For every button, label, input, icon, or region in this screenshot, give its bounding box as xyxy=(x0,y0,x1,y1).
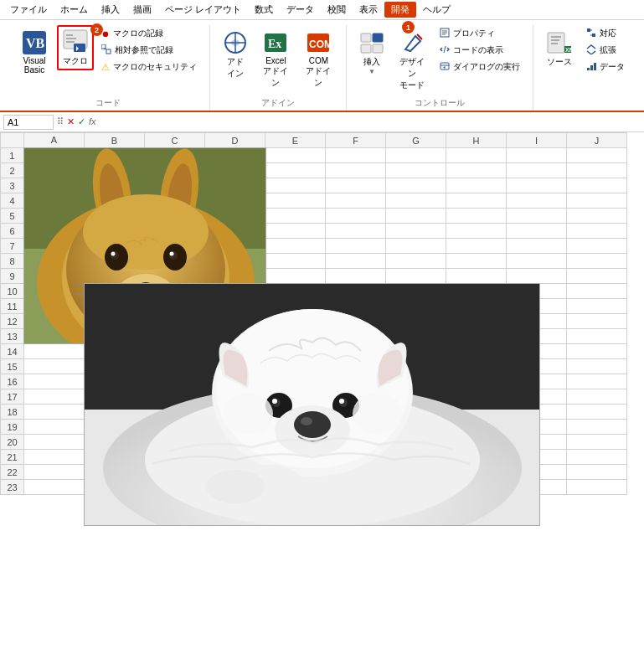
cell-F3[interactable] xyxy=(326,178,386,193)
cell-I2[interactable] xyxy=(507,163,567,178)
cell-H3[interactable] xyxy=(446,178,507,193)
row-header-5[interactable]: 5 xyxy=(1,209,24,224)
cell-H5[interactable] xyxy=(446,209,507,224)
cell-J6[interactable] xyxy=(567,224,627,239)
cell-J5[interactable] xyxy=(567,209,627,224)
cell-A20[interactable] xyxy=(24,435,85,450)
insert-function-icon[interactable]: fx xyxy=(89,116,96,127)
cell-H8[interactable] xyxy=(446,254,507,269)
cell-F4[interactable] xyxy=(326,193,386,209)
row-header-18[interactable]: 18 xyxy=(1,405,24,420)
cell-A15[interactable] xyxy=(24,359,85,374)
cell-A19[interactable] xyxy=(24,420,85,435)
run-dialog-button[interactable]: ダイアログの実行 xyxy=(434,59,526,75)
cell-J20[interactable] xyxy=(567,435,627,450)
design-mode-button[interactable]: デザインモード xyxy=(392,25,432,95)
menu-review[interactable]: 校閲 xyxy=(321,2,353,18)
row-header-16[interactable]: 16 xyxy=(1,374,24,389)
cell-J10[interactable] xyxy=(567,284,627,299)
col-header-E[interactable]: E xyxy=(265,133,326,148)
insert-controls-button[interactable]: 挿入 ▼ xyxy=(353,25,390,80)
cell-H6[interactable] xyxy=(446,224,507,239)
cell-G9[interactable] xyxy=(386,269,446,284)
cell-G2[interactable] xyxy=(386,163,446,178)
cell-J9[interactable] xyxy=(567,269,627,284)
relative-ref-button[interactable]: 相対参照で記録 xyxy=(95,42,203,59)
cell-I7[interactable] xyxy=(507,239,567,254)
properties-button[interactable]: プロパティ xyxy=(434,25,526,42)
col-header-J[interactable]: J xyxy=(567,133,627,148)
cell-J19[interactable] xyxy=(567,420,627,435)
cell-J16[interactable] xyxy=(567,374,627,389)
cell-E6[interactable] xyxy=(265,224,326,239)
cell-J18[interactable] xyxy=(567,405,627,420)
cell-J1[interactable] xyxy=(567,148,627,163)
menu-data[interactable]: データ xyxy=(280,2,321,18)
cell-J17[interactable] xyxy=(567,389,627,405)
menu-file[interactable]: ファイル xyxy=(3,2,54,18)
macro-security-button[interactable]: ⚠ マクロのセキュリティ xyxy=(95,59,203,75)
row-header-20[interactable]: 20 xyxy=(1,435,24,450)
cell-G8[interactable] xyxy=(386,254,446,269)
cell-A14[interactable] xyxy=(24,344,85,359)
cell-H4[interactable] xyxy=(446,193,507,209)
cell-A21[interactable] xyxy=(24,450,85,465)
cell-A17[interactable] xyxy=(24,389,85,405)
cell-H7[interactable] xyxy=(446,239,507,254)
source-button[interactable]: XML ソース xyxy=(540,25,579,72)
menu-developer[interactable]: 開発 xyxy=(384,2,416,18)
cell-J8[interactable] xyxy=(567,254,627,269)
cell-F8[interactable] xyxy=(326,254,386,269)
col-header-D[interactable]: D xyxy=(205,133,265,148)
cell-H9[interactable] xyxy=(446,269,507,284)
name-box-expand-icon[interactable]: ⠿ xyxy=(57,116,64,127)
cell-J12[interactable] xyxy=(567,314,627,329)
row-header-8[interactable]: 8 xyxy=(1,254,24,269)
formula-input[interactable] xyxy=(100,115,641,130)
map-props-button[interactable]: 対応 xyxy=(580,25,631,42)
menu-home[interactable]: ホーム xyxy=(54,2,95,18)
confirm-formula-icon[interactable]: ✓ xyxy=(78,116,85,127)
cell-A18[interactable] xyxy=(24,405,85,420)
menu-pagelayout[interactable]: ページ レイアウト xyxy=(158,2,248,18)
cell-J22[interactable] xyxy=(567,465,627,480)
row-header-12[interactable]: 12 xyxy=(1,314,24,329)
cancel-formula-icon[interactable]: ✕ xyxy=(67,116,75,127)
row-header-3[interactable]: 3 xyxy=(1,178,24,193)
col-header-G[interactable]: G xyxy=(386,133,446,148)
row-header-2[interactable]: 2 xyxy=(1,163,24,178)
cell-J4[interactable] xyxy=(567,193,627,209)
cell-G4[interactable] xyxy=(386,193,446,209)
cell-G6[interactable] xyxy=(386,224,446,239)
row-header-7[interactable]: 7 xyxy=(1,239,24,254)
expand-button[interactable]: 拡張 xyxy=(580,42,631,59)
dog-image[interactable] xyxy=(84,283,540,526)
cell-E3[interactable] xyxy=(265,178,326,193)
cell-J13[interactable] xyxy=(567,329,627,344)
menu-formulas[interactable]: 数式 xyxy=(248,2,280,18)
cell-J7[interactable] xyxy=(567,239,627,254)
cell-I4[interactable] xyxy=(507,193,567,209)
cell-I1[interactable] xyxy=(507,148,567,163)
row-header-1[interactable]: 1 xyxy=(1,148,24,163)
row-header-23[interactable]: 23 xyxy=(1,480,24,495)
cell-G3[interactable] xyxy=(386,178,446,193)
row-header-17[interactable]: 17 xyxy=(1,389,24,405)
row-header-22[interactable]: 22 xyxy=(1,465,24,480)
cell-reference-input[interactable] xyxy=(3,115,54,130)
menu-view[interactable]: 表示 xyxy=(353,2,384,18)
cell-F6[interactable] xyxy=(326,224,386,239)
cell-F5[interactable] xyxy=(326,209,386,224)
cell-F1[interactable] xyxy=(326,148,386,163)
view-code-button[interactable]: コードの表示 xyxy=(434,42,526,59)
row-header-13[interactable]: 13 xyxy=(1,329,24,344)
row-header-10[interactable]: 10 xyxy=(1,284,24,299)
cell-E5[interactable] xyxy=(265,209,326,224)
cell-E9[interactable] xyxy=(265,269,326,284)
cell-I9[interactable] xyxy=(507,269,567,284)
cell-G1[interactable] xyxy=(386,148,446,163)
cell-F9[interactable] xyxy=(326,269,386,284)
cell-A16[interactable] xyxy=(24,374,85,389)
row-header-14[interactable]: 14 xyxy=(1,344,24,359)
cell-I6[interactable] xyxy=(507,224,567,239)
